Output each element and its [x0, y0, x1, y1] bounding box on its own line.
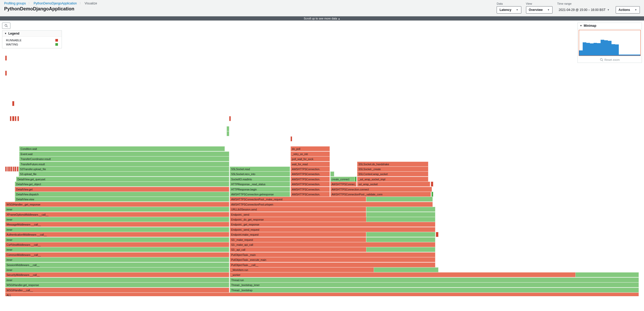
flame-frame[interactable]: AWSHTTPSConnection.	[291, 177, 330, 182]
flame-frame[interactable]: AuthenticationMiddleware.__call__	[5, 232, 229, 237]
flame-frame[interactable]: AWSHTTPSConnection.getresponse	[230, 192, 290, 197]
flame-frame[interactable]	[366, 207, 435, 212]
flame-frame[interactable]	[227, 131, 229, 136]
flame-frame[interactable]: WSGIHandler.get_response	[5, 282, 229, 287]
flame-frame[interactable]: SSLSocket.read	[230, 167, 290, 171]
flame-frame[interactable]: inner	[5, 247, 229, 252]
flame-frame[interactable]	[330, 171, 334, 176]
flame-frame[interactable]	[13, 167, 15, 171]
flame-frame[interactable]: ALL	[5, 293, 639, 296]
flame-frame[interactable]: Endpoint.make_request	[230, 232, 366, 237]
flame-frame[interactable]	[355, 177, 357, 182]
flame-frame[interactable]	[431, 182, 433, 187]
flame-frame[interactable]: DetailView.dispatch	[15, 192, 229, 197]
flame-frame[interactable]: HTTPResponse.begin	[230, 187, 290, 192]
flame-frame[interactable]: AWSHTTPSConnection.	[291, 192, 330, 197]
flame-frame[interactable]	[5, 167, 7, 171]
flame-frame[interactable]: AWSHTTPSConnec...	[330, 182, 357, 187]
flame-frame[interactable]: AWSHTTPSConnection.	[291, 187, 330, 192]
flame-frame[interactable]: SecurityMiddleware.__call__	[5, 272, 229, 277]
flame-frame[interactable]	[366, 247, 435, 252]
flame-frame[interactable]: Endpoint._send	[230, 212, 366, 217]
flame-frame[interactable]	[366, 232, 435, 237]
flame-frame[interactable]: do_poll	[291, 146, 330, 151]
flame-frame[interactable]	[9, 167, 11, 171]
actions-button[interactable]: Actions ▼	[616, 6, 640, 14]
flame-frame[interactable]: wait_for_read	[291, 162, 330, 167]
view-select[interactable]: Overview ▼	[526, 6, 553, 14]
flame-frame[interactable]: HTTPResponse._read_status	[230, 182, 290, 187]
flame-frame[interactable]	[17, 167, 18, 171]
flame-frame[interactable]: SSLContext.wrap_socket	[357, 171, 428, 176]
flame-frame[interactable]: DetailView.get_queryset	[16, 177, 229, 182]
flame-frame[interactable]: S3Transfer.upload_file	[19, 167, 229, 171]
flame-frame[interactable]: AWSHTTPSConnectionPool._make_request	[230, 197, 366, 202]
flame-frame[interactable]: _retry_on_intr	[291, 151, 330, 156]
flame-frame[interactable]: DetailView.get	[15, 187, 229, 192]
flame-frame[interactable]: inner	[5, 257, 229, 262]
flame-frame[interactable]: CsrfViewMiddleware.__call__	[5, 242, 229, 247]
flame-frame[interactable]	[374, 267, 438, 272]
flame-frame[interactable]: URLLib3Session.send	[230, 207, 366, 212]
flame-frame[interactable]	[5, 71, 7, 76]
flame-frame[interactable]: PutObjectTask.__call__	[230, 262, 435, 267]
flame-frame[interactable]: PutObjectTask._main	[230, 252, 435, 257]
data-select[interactable]: Latency ▼	[497, 6, 521, 14]
flame-frame[interactable]	[366, 197, 433, 202]
flame-frame[interactable]: PutObjectTask._execute_main	[230, 257, 435, 262]
flame-frame[interactable]: TransferFuture.result	[19, 162, 229, 167]
flame-frame[interactable]: ssl_wrap_socket	[357, 182, 430, 187]
flame-frame[interactable]	[227, 126, 229, 131]
flame-frame[interactable]: CommonMiddleware.__call__	[5, 252, 229, 257]
flame-frame[interactable]	[17, 116, 19, 121]
flame-frame[interactable]: Endpoint._send_request	[230, 227, 435, 232]
flame-frame[interactable]: Event.wait	[19, 151, 229, 156]
flame-frame[interactable]: Condition.wait	[19, 146, 225, 151]
flame-frame[interactable]	[436, 232, 438, 237]
flame-frame[interactable]: SocketIO.readinto	[230, 177, 290, 182]
flame-frame[interactable]: AWSHTTPSConnectionPool._validate_conn	[330, 192, 431, 197]
minimap-header[interactable]: ▼ Minimap	[578, 23, 642, 29]
flame-frame[interactable]	[5, 56, 7, 61]
flame-frame[interactable]: AWSHTTPSConnectionPool.urlopen	[230, 202, 432, 207]
flame-frame[interactable]: MessageMiddleware.__call__	[5, 222, 229, 227]
flame-frame[interactable]: SSLSocket.recv_into	[230, 171, 290, 176]
flame-frame[interactable]: poll_wait_for_sock	[291, 156, 330, 161]
breadcrumb-root[interactable]: Profiling groups	[4, 2, 26, 5]
flame-frame[interactable]	[431, 192, 433, 197]
flame-frame[interactable]: XFrameOptionsMiddleware.__call__	[5, 212, 229, 217]
flame-frame[interactable]: inner	[5, 207, 229, 212]
flame-frame[interactable]	[366, 212, 435, 217]
flame-frame[interactable]: S3._make_api_call	[230, 242, 435, 247]
flame-frame[interactable]: inner	[5, 267, 229, 272]
flame-frame[interactable]: DetailView.get_object	[15, 182, 229, 187]
flame-frame[interactable]	[366, 237, 435, 242]
flame-frame[interactable]	[229, 116, 231, 121]
flame-frame[interactable]: inner	[5, 237, 229, 242]
flame-frame[interactable]: create_connect	[330, 177, 355, 182]
scroll-notice[interactable]: Scroll up to see more data ▲	[0, 16, 644, 21]
flame-graph[interactable]: ALLWSGIHandler.__call__WSGIHandler.get_r…	[2, 50, 642, 294]
flame-frame[interactable]	[291, 136, 292, 141]
flame-frame[interactable]: AWSHTTPSConnection.connect	[330, 187, 432, 192]
flame-frame[interactable]: S3._make_request	[230, 237, 366, 242]
flame-frame[interactable]	[366, 217, 435, 222]
flame-frame[interactable]: WSGIHandler.__call__	[5, 288, 229, 293]
flame-frame[interactable]	[15, 116, 16, 121]
timerange-select[interactable]: 2021-04-29 @ 15:00 – 16:00 BST ▼	[557, 6, 611, 14]
flame-frame[interactable]	[7, 167, 9, 171]
flame-frame[interactable]: SSLSocket.do_handshake	[357, 162, 428, 167]
legend-header[interactable]: ▼ Legend	[2, 31, 62, 37]
flame-frame[interactable]: Thread.run	[230, 277, 639, 282]
flame-frame[interactable]: Thread._bootstrap	[230, 288, 639, 293]
flame-frame[interactable]	[12, 101, 14, 106]
flame-frame[interactable]: AWSHTTPSConnection.	[291, 182, 330, 187]
flame-frame[interactable]: inner	[5, 227, 229, 232]
flame-frame[interactable]: Thread._bootstrap_inner	[230, 282, 639, 287]
flame-frame[interactable]	[11, 167, 12, 171]
flame-frame[interactable]: S3.upload_file	[19, 171, 229, 176]
flame-frame[interactable]	[12, 116, 14, 121]
flame-frame[interactable]: AWSHTTPSConnection.	[291, 167, 330, 171]
flame-frame[interactable]	[10, 116, 11, 121]
flame-frame[interactable]	[575, 272, 639, 277]
